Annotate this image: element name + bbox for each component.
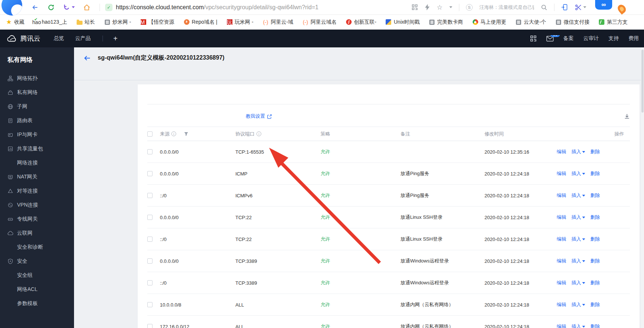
- undo-icon[interactable]: [63, 4, 75, 11]
- sidebar-item[interactable]: 安全组: [0, 268, 74, 282]
- row-checkbox[interactable]: [147, 171, 152, 176]
- row-checkbox[interactable]: [147, 280, 152, 285]
- download-badge[interactable]: ∞: [595, 0, 612, 10]
- insert-link[interactable]: 插入: [571, 301, 585, 308]
- bookmark-item[interactable]: 炒米网 -: [104, 19, 131, 26]
- bookmark-item[interactable]: hao✔ hao123_上: [34, 19, 67, 26]
- filter-funnel-icon[interactable]: [184, 132, 188, 136]
- send-to-phone-icon[interactable]: [561, 4, 568, 11]
- back-button[interactable]: [84, 55, 91, 61]
- sidebar-item[interactable]: 参数模板: [0, 297, 74, 311]
- sidebar-item[interactable]: 路由表: [0, 114, 74, 128]
- delete-link[interactable]: 删除: [590, 192, 600, 199]
- delete-link[interactable]: 删除: [590, 148, 600, 155]
- topnav-item[interactable]: 备案: [563, 35, 574, 42]
- bookmark-item[interactable]: 第三方支: [599, 19, 628, 26]
- sidebar-item[interactable]: 安全: [0, 254, 74, 268]
- bookmark-item[interactable]: M 【悟空资源: [140, 19, 174, 26]
- back-icon[interactable]: [31, 4, 39, 11]
- select-all-checkbox[interactable]: [147, 131, 152, 137]
- edit-link[interactable]: 编辑: [557, 323, 566, 328]
- home-icon[interactable]: [83, 4, 91, 11]
- info-icon[interactable]: i: [256, 131, 261, 136]
- edit-link[interactable]: 编辑: [557, 148, 566, 155]
- topnav-item[interactable]: 云产品: [75, 35, 91, 42]
- delete-link[interactable]: 删除: [590, 323, 600, 328]
- row-checkbox[interactable]: [147, 324, 152, 328]
- insert-link[interactable]: 插入: [571, 323, 585, 328]
- edit-link[interactable]: 编辑: [557, 280, 566, 286]
- sidebar-item[interactable]: 对等连接: [0, 184, 74, 198]
- edit-link[interactable]: 编辑: [557, 258, 566, 264]
- insert-link[interactable]: 插入: [571, 192, 585, 199]
- scrollbar-thumb[interactable]: [641, 50, 644, 113]
- delete-link[interactable]: 删除: [590, 258, 600, 264]
- row-checkbox[interactable]: [147, 149, 152, 154]
- delete-link[interactable]: 删除: [590, 301, 600, 308]
- bookmark-item[interactable]: 云大使-个: [516, 19, 546, 26]
- scrollbar[interactable]: [641, 47, 644, 328]
- search-icon[interactable]: [541, 4, 547, 11]
- row-checkbox[interactable]: [147, 302, 152, 307]
- toolbar-button[interactable]: [167, 110, 181, 122]
- sidebar-item[interactable]: 网络连接: [0, 156, 74, 170]
- bookmark-item[interactable]: 站长: [77, 19, 95, 26]
- toolbar-button[interactable]: [186, 110, 201, 122]
- scan-icon[interactable]: [530, 35, 537, 42]
- bookmark-item[interactable]: (-) 阿里云域名: [302, 19, 336, 26]
- bookmark-item[interactable]: 完美数卡商: [429, 19, 463, 26]
- sidebar-item[interactable]: NAT网关: [0, 170, 74, 184]
- topnav-item[interactable]: 费用: [628, 35, 639, 42]
- favorite-star-icon[interactable]: ☆: [437, 3, 443, 11]
- row-checkbox[interactable]: [147, 193, 152, 198]
- bookmark-item[interactable]: 马上使用更: [472, 19, 506, 26]
- insert-link[interactable]: 插入: [571, 236, 585, 242]
- edit-link[interactable]: 编辑: [557, 192, 566, 199]
- help-link[interactable]: 教我设置: [246, 113, 272, 120]
- bookmark-item[interactable]: 创新互联-: [346, 19, 376, 26]
- insert-link[interactable]: 插入: [571, 280, 585, 286]
- insert-link[interactable]: 插入: [571, 214, 585, 221]
- topnav-item[interactable]: 云审计: [583, 35, 599, 42]
- download-icon[interactable]: [624, 113, 630, 119]
- flash-accelerate-icon[interactable]: [425, 4, 430, 10]
- chevron-down-icon[interactable]: [72, 6, 75, 8]
- topnav-item[interactable]: 支持: [608, 35, 619, 42]
- chevron-down-icon[interactable]: [583, 6, 586, 8]
- sidebar-item[interactable]: 专线网关: [0, 212, 74, 226]
- edit-link[interactable]: 编辑: [557, 236, 566, 242]
- bookmark-item[interactable]: Unix时间戳: [386, 19, 420, 26]
- add-tab-button[interactable]: +: [113, 34, 118, 43]
- bookmark-item[interactable]: 微信支付接: [556, 19, 590, 26]
- sidebar-item[interactable]: 网络ACL: [0, 282, 74, 297]
- sidebar-item[interactable]: 网络拓扑: [0, 71, 74, 86]
- address-bar[interactable]: https://console.cloud.tencent.com/vpc/se…: [116, 4, 318, 11]
- hot-search-text[interactable]: 汪海林：流量模式是自己骗自: [479, 4, 534, 11]
- refresh-icon[interactable]: [47, 4, 55, 11]
- sidebar-item[interactable]: 安全和诊断: [0, 240, 74, 254]
- tencent-cloud-logo[interactable]: 腾讯云: [7, 34, 40, 43]
- sidebar-item[interactable]: 私有网络: [0, 86, 74, 100]
- edit-link[interactable]: 编辑: [557, 214, 566, 221]
- extensions-grid-icon[interactable]: [412, 4, 418, 10]
- row-checkbox[interactable]: [147, 258, 152, 264]
- insert-link[interactable]: 插入: [571, 148, 585, 155]
- sidebar-item[interactable]: IP与网卡: [0, 128, 74, 142]
- toolbar-button[interactable]: [224, 110, 239, 122]
- messages-button[interactable]: 51: [546, 36, 554, 42]
- delete-link[interactable]: 删除: [590, 280, 600, 286]
- page-tab[interactable]: [84, 68, 86, 80]
- screenshot-scissors-icon[interactable]: [575, 4, 586, 11]
- sidebar-item[interactable]: [0, 311, 74, 325]
- row-checkbox[interactable]: [147, 237, 152, 242]
- secure-shield-icon[interactable]: ✓: [105, 4, 113, 11]
- sidebar-item[interactable]: 子网: [0, 100, 74, 114]
- delete-link[interactable]: 删除: [590, 236, 600, 242]
- sidebar-item[interactable]: 共享流量包: [0, 142, 74, 156]
- sidebar-item[interactable]: 云联网: [0, 226, 74, 240]
- edit-link[interactable]: 编辑: [557, 170, 566, 177]
- sidebar-item[interactable]: 诊断工具: [0, 325, 74, 328]
- bookmark-item[interactable]: ★ 收藏: [6, 19, 24, 26]
- page-tab[interactable]: [103, 68, 104, 80]
- delete-link[interactable]: 删除: [590, 214, 600, 221]
